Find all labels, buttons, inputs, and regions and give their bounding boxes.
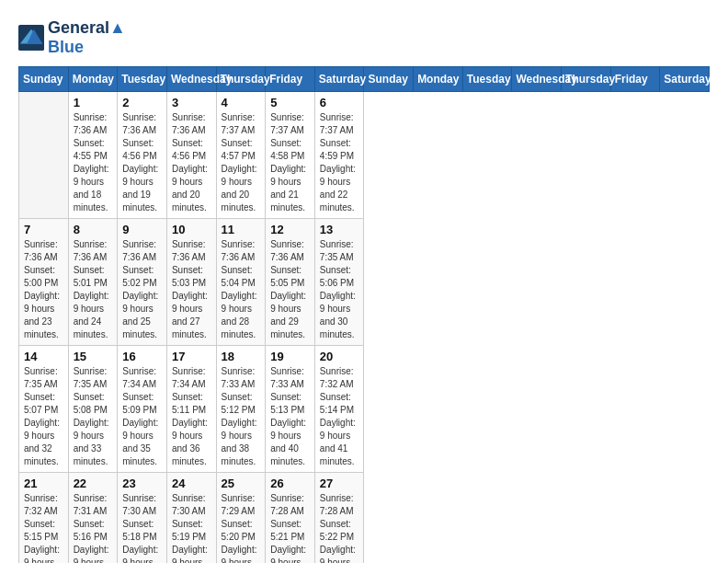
day-number: 15 bbox=[74, 350, 113, 363]
day-info: Sunrise: 7:29 AM Sunset: 5:20 PM Dayligh… bbox=[222, 492, 261, 563]
day-info: Sunrise: 7:35 AM Sunset: 5:07 PM Dayligh… bbox=[24, 365, 63, 468]
col-header-friday: Friday bbox=[266, 67, 315, 92]
day-number: 27 bbox=[320, 477, 359, 490]
col-header-friday: Friday bbox=[610, 67, 660, 92]
day-info: Sunrise: 7:35 AM Sunset: 5:06 PM Dayligh… bbox=[320, 238, 359, 341]
calendar-cell: 23Sunrise: 7:30 AM Sunset: 5:18 PM Dayli… bbox=[118, 473, 167, 564]
calendar-cell: 4Sunrise: 7:37 AM Sunset: 4:57 PM Daylig… bbox=[216, 92, 266, 219]
calendar-cell: 11Sunrise: 7:36 AM Sunset: 5:04 PM Dayli… bbox=[216, 219, 266, 346]
calendar-header-row: SundayMondayTuesdayWednesdayThursdayFrid… bbox=[19, 67, 710, 92]
day-info: Sunrise: 7:33 AM Sunset: 5:12 PM Dayligh… bbox=[222, 365, 261, 468]
day-number: 8 bbox=[74, 223, 113, 236]
day-info: Sunrise: 7:36 AM Sunset: 5:05 PM Dayligh… bbox=[270, 238, 310, 341]
calendar-cell: 13Sunrise: 7:35 AM Sunset: 5:06 PM Dayli… bbox=[314, 219, 364, 346]
calendar-cell: 7Sunrise: 7:36 AM Sunset: 5:00 PM Daylig… bbox=[19, 219, 69, 346]
day-info: Sunrise: 7:36 AM Sunset: 5:02 PM Dayligh… bbox=[122, 238, 162, 341]
week-row-3: 14Sunrise: 7:35 AM Sunset: 5:07 PM Dayli… bbox=[19, 346, 710, 473]
day-number: 14 bbox=[24, 350, 63, 363]
col-header-tuesday: Tuesday bbox=[118, 67, 167, 92]
day-info: Sunrise: 7:30 AM Sunset: 5:19 PM Dayligh… bbox=[172, 492, 211, 563]
col-header-thursday: Thursday bbox=[562, 67, 611, 92]
calendar-cell: 24Sunrise: 7:30 AM Sunset: 5:19 PM Dayli… bbox=[166, 473, 216, 564]
page-header: General▲ Blue bbox=[18, 18, 710, 57]
logo-text: General▲ Blue bbox=[48, 18, 126, 57]
day-number: 10 bbox=[172, 223, 211, 236]
col-header-wednesday: Wednesday bbox=[166, 67, 216, 92]
day-number: 20 bbox=[320, 350, 359, 363]
day-info: Sunrise: 7:37 AM Sunset: 4:59 PM Dayligh… bbox=[320, 111, 359, 214]
day-number: 13 bbox=[320, 223, 359, 236]
calendar-cell: 22Sunrise: 7:31 AM Sunset: 5:16 PM Dayli… bbox=[68, 473, 118, 564]
calendar-cell: 9Sunrise: 7:36 AM Sunset: 5:02 PM Daylig… bbox=[118, 219, 167, 346]
calendar-cell: 5Sunrise: 7:37 AM Sunset: 4:58 PM Daylig… bbox=[266, 92, 315, 219]
day-number: 5 bbox=[270, 96, 310, 109]
day-info: Sunrise: 7:36 AM Sunset: 4:56 PM Dayligh… bbox=[172, 111, 211, 214]
day-info: Sunrise: 7:32 AM Sunset: 5:15 PM Dayligh… bbox=[24, 492, 63, 563]
calendar-cell: 15Sunrise: 7:35 AM Sunset: 5:08 PM Dayli… bbox=[68, 346, 118, 473]
day-info: Sunrise: 7:33 AM Sunset: 5:13 PM Dayligh… bbox=[270, 365, 310, 468]
calendar-cell: 12Sunrise: 7:36 AM Sunset: 5:05 PM Dayli… bbox=[266, 219, 315, 346]
calendar-cell: 14Sunrise: 7:35 AM Sunset: 5:07 PM Dayli… bbox=[19, 346, 69, 473]
col-header-sunday: Sunday bbox=[364, 67, 414, 92]
day-number: 18 bbox=[222, 350, 261, 363]
calendar-cell: 8Sunrise: 7:36 AM Sunset: 5:01 PM Daylig… bbox=[68, 219, 118, 346]
day-number: 2 bbox=[122, 96, 162, 109]
day-info: Sunrise: 7:36 AM Sunset: 5:03 PM Dayligh… bbox=[172, 238, 211, 341]
logo: General▲ Blue bbox=[18, 18, 126, 57]
day-info: Sunrise: 7:28 AM Sunset: 5:22 PM Dayligh… bbox=[320, 492, 359, 563]
day-number: 17 bbox=[172, 350, 211, 363]
day-number: 3 bbox=[172, 96, 211, 109]
calendar-cell bbox=[19, 92, 69, 219]
calendar-cell: 26Sunrise: 7:28 AM Sunset: 5:21 PM Dayli… bbox=[266, 473, 315, 564]
day-number: 9 bbox=[122, 223, 162, 236]
calendar-cell: 19Sunrise: 7:33 AM Sunset: 5:13 PM Dayli… bbox=[266, 346, 315, 473]
calendar-cell: 20Sunrise: 7:32 AM Sunset: 5:14 PM Dayli… bbox=[314, 346, 364, 473]
col-header-wednesday: Wednesday bbox=[512, 67, 562, 92]
calendar-cell: 10Sunrise: 7:36 AM Sunset: 5:03 PM Dayli… bbox=[166, 219, 216, 346]
day-number: 12 bbox=[270, 223, 310, 236]
col-header-tuesday: Tuesday bbox=[462, 67, 512, 92]
day-info: Sunrise: 7:35 AM Sunset: 5:08 PM Dayligh… bbox=[74, 365, 113, 468]
day-number: 26 bbox=[270, 477, 310, 490]
day-number: 22 bbox=[74, 477, 113, 490]
day-number: 11 bbox=[222, 223, 261, 236]
calendar-cell: 1Sunrise: 7:36 AM Sunset: 4:55 PM Daylig… bbox=[68, 92, 118, 219]
col-header-saturday: Saturday bbox=[314, 67, 364, 92]
day-number: 6 bbox=[320, 96, 359, 109]
calendar-cell: 2Sunrise: 7:36 AM Sunset: 4:56 PM Daylig… bbox=[118, 92, 167, 219]
col-header-saturday: Saturday bbox=[660, 67, 710, 92]
day-info: Sunrise: 7:36 AM Sunset: 5:01 PM Dayligh… bbox=[74, 238, 113, 341]
calendar-table: SundayMondayTuesdayWednesdayThursdayFrid… bbox=[18, 66, 710, 563]
day-info: Sunrise: 7:32 AM Sunset: 5:14 PM Dayligh… bbox=[320, 365, 359, 468]
week-row-2: 7Sunrise: 7:36 AM Sunset: 5:00 PM Daylig… bbox=[19, 219, 710, 346]
day-info: Sunrise: 7:36 AM Sunset: 5:04 PM Dayligh… bbox=[222, 238, 261, 341]
calendar-cell: 25Sunrise: 7:29 AM Sunset: 5:20 PM Dayli… bbox=[216, 473, 266, 564]
day-number: 7 bbox=[24, 223, 63, 236]
calendar-cell: 21Sunrise: 7:32 AM Sunset: 5:15 PM Dayli… bbox=[19, 473, 69, 564]
day-number: 16 bbox=[122, 350, 162, 363]
calendar-cell: 3Sunrise: 7:36 AM Sunset: 4:56 PM Daylig… bbox=[166, 92, 216, 219]
col-header-monday: Monday bbox=[68, 67, 118, 92]
day-number: 4 bbox=[222, 96, 261, 109]
calendar-cell: 16Sunrise: 7:34 AM Sunset: 5:09 PM Dayli… bbox=[118, 346, 167, 473]
day-info: Sunrise: 7:36 AM Sunset: 4:56 PM Dayligh… bbox=[122, 111, 162, 214]
day-info: Sunrise: 7:36 AM Sunset: 5:00 PM Dayligh… bbox=[24, 238, 63, 341]
col-header-thursday: Thursday bbox=[216, 67, 266, 92]
day-info: Sunrise: 7:37 AM Sunset: 4:57 PM Dayligh… bbox=[222, 111, 261, 214]
day-number: 24 bbox=[172, 477, 211, 490]
day-info: Sunrise: 7:36 AM Sunset: 4:55 PM Dayligh… bbox=[74, 111, 113, 214]
day-info: Sunrise: 7:34 AM Sunset: 5:09 PM Dayligh… bbox=[122, 365, 162, 468]
day-info: Sunrise: 7:34 AM Sunset: 5:11 PM Dayligh… bbox=[172, 365, 211, 468]
day-info: Sunrise: 7:31 AM Sunset: 5:16 PM Dayligh… bbox=[74, 492, 113, 563]
calendar-cell: 27Sunrise: 7:28 AM Sunset: 5:22 PM Dayli… bbox=[314, 473, 364, 564]
calendar-cell: 17Sunrise: 7:34 AM Sunset: 5:11 PM Dayli… bbox=[166, 346, 216, 473]
day-info: Sunrise: 7:37 AM Sunset: 4:58 PM Dayligh… bbox=[270, 111, 310, 214]
col-header-monday: Monday bbox=[414, 67, 463, 92]
col-header-sunday: Sunday bbox=[19, 67, 69, 92]
day-number: 25 bbox=[222, 477, 261, 490]
calendar-cell: 18Sunrise: 7:33 AM Sunset: 5:12 PM Dayli… bbox=[216, 346, 266, 473]
day-number: 23 bbox=[122, 477, 162, 490]
day-info: Sunrise: 7:30 AM Sunset: 5:18 PM Dayligh… bbox=[122, 492, 162, 563]
day-info: Sunrise: 7:28 AM Sunset: 5:21 PM Dayligh… bbox=[270, 492, 310, 563]
logo-icon bbox=[18, 25, 44, 51]
